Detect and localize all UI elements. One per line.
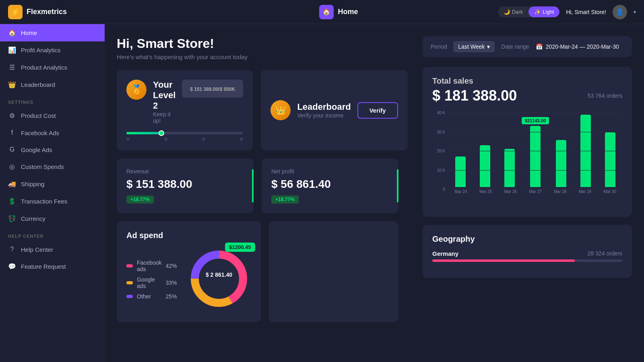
bar-column-1 xyxy=(473,111,497,187)
bar-4 xyxy=(556,140,566,187)
legend-pct: 42% xyxy=(165,263,177,269)
sidebar-label-feature-request: Feature Request xyxy=(21,263,66,270)
sidebar-item-home[interactable]: 🏠Home xyxy=(0,24,105,41)
y-label-0: 40 K xyxy=(432,111,445,115)
legend-item-google-ads: Google ads33% xyxy=(126,276,177,289)
revenue-label: Revenue xyxy=(126,168,244,175)
feature-request-icon: 💬 xyxy=(8,263,16,270)
geography-title: Geography xyxy=(432,234,622,244)
bar-chart: 40 K 30 K 20 K 10 K 0 $21143.00Mar 24Mar… xyxy=(432,111,622,207)
bar-label-1: Mar 25 xyxy=(473,189,498,194)
sidebar-item-profit[interactable]: 📊Profit Analytics xyxy=(0,41,105,59)
help-center-icon: ? xyxy=(8,246,16,253)
donut-chart: $ 2 861.40 xyxy=(187,247,251,311)
total-sales-title: Total sales xyxy=(432,76,622,86)
sidebar-item-feature-request[interactable]: 💬Feature Request xyxy=(0,258,105,275)
verify-button[interactable]: Verify xyxy=(357,102,398,119)
calendar-icon: 📅 xyxy=(536,43,543,50)
custom-spends-icon: ◎ xyxy=(8,163,16,171)
legend-name: Google ads xyxy=(137,276,161,289)
sidebar-item-facebook-ads[interactable]: fFacebook Ads xyxy=(0,124,105,141)
bar-column-6 xyxy=(598,111,622,187)
legend-pct: 33% xyxy=(165,280,177,286)
adspend-title: Ad spend xyxy=(126,231,251,240)
currency-icon: 💱 xyxy=(8,215,16,222)
revenue-card: Revenue $ 151 388.00 +18.77% xyxy=(117,158,254,213)
bar-label-2: Mar 26 xyxy=(498,189,523,194)
level-badge: 🏅 xyxy=(126,80,147,100)
topbar-right: 🌙 Dark ✨ Light Hi, Smart Store! 👤 ▾ xyxy=(498,5,636,19)
profit-card: Net profit $ 56 861.40 +18.77% xyxy=(262,158,398,213)
dark-theme-button[interactable]: 🌙 Dark xyxy=(498,6,528,17)
bar-label-6: Mar 30 xyxy=(597,189,622,194)
user-greeting: Hi, Smart Store! xyxy=(566,9,606,15)
geography-card: Geography Germany 28 324 orders xyxy=(423,225,632,278)
adspend-card: Ad spend Facebook ads42%Google ads33%Oth… xyxy=(117,221,261,322)
period-select[interactable]: Last Week ▾ xyxy=(453,41,495,52)
geo-country: Germany xyxy=(432,250,458,257)
sidebar-item-currency[interactable]: 💱Currency xyxy=(0,210,105,227)
product-icon: ☰ xyxy=(8,64,16,71)
donut-tooltip: $1200.45 xyxy=(225,243,255,252)
legend-dot xyxy=(126,295,133,298)
leaderboard-title: Leaderboard xyxy=(297,102,351,112)
sidebar-item-transaction-fees[interactable]: 💲Transaction Fees xyxy=(0,193,105,210)
geo-orders: 28 324 orders xyxy=(588,250,622,257)
date-range-label: Date range xyxy=(501,43,529,50)
page-greeting: Hi, Smart Store! xyxy=(117,36,398,51)
legend-name: Other xyxy=(137,293,161,300)
total-sales-card: Total sales $ 181 388.00 53 764 orders 4… xyxy=(423,67,632,217)
topbar-page-title: Home xyxy=(338,8,358,16)
level-progress-bar xyxy=(126,132,243,134)
leaderboard-card: 👑 Leaderboard Verify your income Verify xyxy=(261,70,407,150)
sidebar-label-leaderboard: Leaderboard xyxy=(21,81,55,88)
geo-bar-fill xyxy=(432,259,575,262)
bar-tooltip-3: $21143.00 xyxy=(522,117,549,124)
profit-change: +18.77% xyxy=(271,195,299,204)
bottom-placeholder xyxy=(269,221,398,322)
legend-pct: 25% xyxy=(165,293,177,300)
sidebar-item-leaderboard[interactable]: 👑Leaderboard xyxy=(0,76,105,93)
sidebar-item-product[interactable]: ☰Product Analytics xyxy=(0,59,105,76)
bar-column-4 xyxy=(549,111,574,187)
bar-label-4: Mar 28 xyxy=(548,189,573,194)
bar-label-3: Mar 27 xyxy=(523,189,548,194)
light-theme-button[interactable]: ✨ Light xyxy=(528,6,559,17)
progress-marker-3 xyxy=(202,138,205,141)
sidebar-label-help-center: Help Center xyxy=(21,246,53,253)
sidebar-label-facebook-ads: Facebook Ads xyxy=(21,130,59,136)
level-subtitle: Keep it up! xyxy=(153,111,175,124)
facebook-ads-icon: f xyxy=(8,129,16,136)
home-icon-wrap: 🏠 xyxy=(319,5,334,19)
sidebar-item-custom-spends[interactable]: ◎Custom Spends xyxy=(0,158,105,175)
sidebar-label-currency: Currency xyxy=(21,215,45,222)
sidebar-item-shipping[interactable]: 🚚Shipping xyxy=(0,175,105,193)
bar-column-3: $21143.00 xyxy=(522,111,549,187)
sidebar-label-google-ads: Google Ads xyxy=(21,146,52,153)
chevron-down-icon[interactable]: ▾ xyxy=(634,9,636,15)
donut-chart-wrap: $1200.45 $ 2 861.40 xyxy=(187,247,251,313)
logo-text: Flexmetrics xyxy=(27,8,67,16)
period-label: Period xyxy=(431,43,447,50)
sidebar-item-help-center[interactable]: ?Help Center xyxy=(0,241,105,258)
avatar: 👤 xyxy=(613,5,627,19)
period-bar: Period Last Week ▾ Date range 📅 2020-Mar… xyxy=(423,36,632,57)
metrics-row: Revenue $ 151 388.00 +18.77% Net profit … xyxy=(117,158,398,213)
bar-column-5 xyxy=(574,111,598,187)
total-sales-row: $ 181 388.00 53 764 orders xyxy=(432,87,622,104)
leaderboard-subtitle: Verify your income xyxy=(297,112,351,119)
level-amount: $ 151 388.00/$ 500K xyxy=(182,80,243,98)
transaction-fees-icon: 💲 xyxy=(8,197,16,205)
content-header: Hi, Smart Store! Here's what's happening… xyxy=(117,36,398,60)
topbar: ⚡ Flexmetrics 🏠 Home 🌙 Dark ✨ Light Hi, … xyxy=(0,0,644,24)
sidebar-item-google-ads[interactable]: GGoogle Ads xyxy=(0,141,105,158)
legend-dot xyxy=(126,281,133,284)
progress-fill xyxy=(126,132,161,134)
level-card: 🏅 Your Level 2 Keep it up! $ 151 388.00/… xyxy=(117,70,253,150)
theme-toggle: 🌙 Dark ✨ Light xyxy=(498,6,560,17)
sidebar-item-product-cost[interactable]: ⚙Product Cost xyxy=(0,107,105,124)
main-layout: 🏠Home📊Profit Analytics☰Product Analytics… xyxy=(0,24,644,362)
total-orders: 53 764 orders xyxy=(588,93,622,99)
bar-0 xyxy=(455,156,466,187)
bar-2 xyxy=(504,149,515,187)
